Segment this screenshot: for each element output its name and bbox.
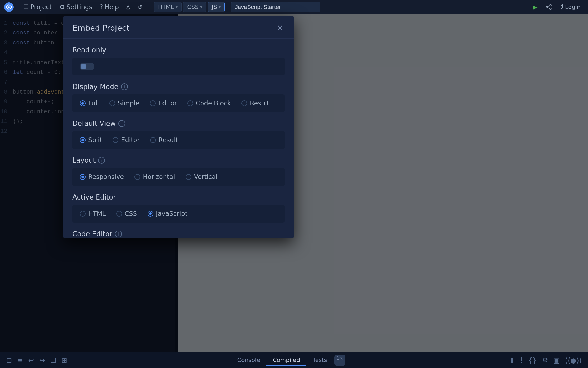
language-tabs: HTML ▾ CSS ▾ JS ▾ (154, 2, 225, 12)
modal-header: Embed Project ✕ (63, 16, 294, 39)
format-code-icon[interactable]: {} (528, 356, 537, 364)
top-bar: ☰ Project ⚙ Settings ? Help A̲ ↺ HTML ▾ … (0, 0, 588, 14)
radio-circle-css-editor (116, 211, 122, 217)
settings-icon[interactable]: ⚙ (542, 356, 548, 364)
active-editor-options: HTML CSS JavaScript (72, 205, 285, 223)
section-code-editor: Code Editor i Default Monaco CodeMirror (72, 230, 285, 238)
layout-options: Responsive Horizontal Vertical (72, 168, 285, 186)
svg-point-1 (8, 6, 10, 8)
display-mode-info-icon[interactable]: i (121, 83, 128, 90)
nav-settings-label: Settings (66, 3, 92, 11)
default-view-options: Split Editor Result (72, 131, 285, 149)
read-only-row (72, 58, 285, 75)
broadcast-icon[interactable]: ((●)) (565, 356, 582, 364)
chevron-down-icon: ▾ (176, 4, 178, 9)
login-icon: ⤴ (561, 4, 564, 10)
radio-result[interactable]: Result (242, 100, 269, 107)
font-icon: A̲ (126, 4, 130, 10)
tab-css-label: CSS (187, 4, 198, 10)
tab-css[interactable]: CSS ▾ (183, 2, 206, 12)
radio-full[interactable]: Full (80, 100, 99, 107)
menu-icon: ☰ (23, 3, 29, 11)
warning-icon[interactable]: ! (520, 356, 523, 364)
radio-horizontal[interactable]: Horizontal (134, 173, 175, 181)
section-layout: Layout i Responsive Horizontal Vertical (72, 156, 285, 186)
nav-project[interactable]: ☰ Project (20, 2, 55, 12)
undo-icon[interactable]: ↩ (28, 356, 34, 364)
radio-circle-horizontal (134, 174, 140, 180)
modal-close-button[interactable]: ✕ (275, 23, 285, 33)
svg-point-2 (550, 4, 551, 6)
top-nav: ☰ Project ⚙ Settings ? Help A̲ ↺ (20, 2, 146, 12)
svg-point-3 (546, 6, 548, 8)
section-active-editor: Active Editor HTML CSS JavaScript (72, 193, 285, 223)
code-editor-label: Code Editor i (72, 230, 285, 238)
read-only-toggle-wrap (80, 63, 94, 70)
nav-help[interactable]: ? Help (97, 2, 122, 12)
radio-code-block[interactable]: Code Block (187, 100, 231, 107)
copy-icon[interactable]: ☐ (50, 356, 56, 364)
format-icon[interactable]: ≡ (17, 356, 23, 364)
radio-circle-responsive (80, 174, 86, 180)
default-view-label: Default View i (72, 120, 285, 127)
tab-js-label: JS (212, 4, 217, 10)
modal-body: Read only Display Mode i Full (63, 39, 294, 238)
upload-icon[interactable]: ⬆ (509, 356, 515, 364)
login-label: Login (565, 4, 581, 10)
select-icon[interactable]: ⊡ (6, 356, 12, 364)
radio-circle-javascript-editor (148, 211, 153, 217)
radio-html-editor[interactable]: HTML (80, 210, 106, 217)
radio-circle-code-block (187, 100, 193, 106)
radio-editor[interactable]: Editor (150, 100, 177, 107)
radio-javascript-editor[interactable]: JavaScript (148, 210, 187, 217)
layout-label: Layout i (72, 156, 285, 164)
embed-project-modal: Embed Project ✕ Read only Display Mode i (63, 16, 294, 238)
radio-css-editor[interactable]: CSS (116, 210, 137, 217)
history-icon: ↺ (137, 3, 143, 11)
share-button[interactable] (544, 2, 553, 12)
tab-tests[interactable]: Tests (306, 355, 333, 366)
radio-circle-view-result (150, 137, 156, 143)
code-editor-info-icon[interactable]: i (115, 231, 122, 237)
nav-font[interactable]: A̲ (123, 2, 133, 12)
help-icon: ? (100, 3, 103, 11)
tab-console[interactable]: Console (231, 355, 266, 366)
chevron-down-icon: ▾ (200, 4, 202, 9)
tab-html[interactable]: HTML ▾ (154, 2, 182, 12)
svg-line-6 (547, 7, 550, 8)
read-only-label: Read only (72, 46, 285, 54)
display-mode-options: Full Simple Editor Code Block Result (72, 94, 285, 112)
radio-responsive[interactable]: Responsive (80, 173, 124, 181)
bottom-bar: ⊡ ≡ ↩ ↪ ☐ ⊞ Console Compiled Tests 1× ⬆ … (0, 352, 588, 368)
logo[interactable] (4, 2, 14, 12)
tab-js[interactable]: JS ▾ (208, 2, 224, 12)
section-display-mode: Display Mode i Full Simple Editor (72, 83, 285, 112)
tab-compiled[interactable]: Compiled (266, 355, 306, 366)
project-title-input[interactable] (231, 2, 320, 12)
radio-circle-split (80, 137, 86, 143)
tab-html-label: HTML (158, 4, 174, 10)
nav-settings[interactable]: ⚙ Settings (56, 2, 96, 12)
default-view-info-icon[interactable]: i (118, 120, 125, 127)
redo-icon[interactable]: ↪ (39, 356, 45, 364)
login-button[interactable]: ⤴ Login (558, 2, 584, 12)
layout-icon[interactable]: ▣ (553, 356, 560, 364)
paste-icon[interactable]: ⊞ (62, 356, 67, 364)
radio-circle-editor (150, 100, 156, 106)
radio-vertical[interactable]: Vertical (186, 173, 218, 181)
radio-view-result[interactable]: Result (150, 136, 178, 144)
section-default-view: Default View i Split Editor Result (72, 120, 285, 149)
run-button[interactable]: ▶ (530, 2, 540, 12)
top-bar-actions: ▶ ⤴ Login (530, 2, 584, 12)
layout-info-icon[interactable]: i (98, 157, 105, 164)
radio-circle-full (80, 100, 86, 106)
chevron-down-icon: ▾ (219, 4, 221, 9)
radio-simple[interactable]: Simple (109, 100, 139, 107)
nav-help-label: Help (104, 3, 119, 11)
modal-title: Embed Project (72, 23, 129, 33)
radio-view-editor[interactable]: Editor (113, 136, 140, 144)
svg-line-5 (547, 6, 550, 7)
radio-split[interactable]: Split (80, 136, 102, 144)
read-only-toggle[interactable] (80, 63, 94, 70)
nav-history[interactable]: ↺ (134, 2, 146, 12)
